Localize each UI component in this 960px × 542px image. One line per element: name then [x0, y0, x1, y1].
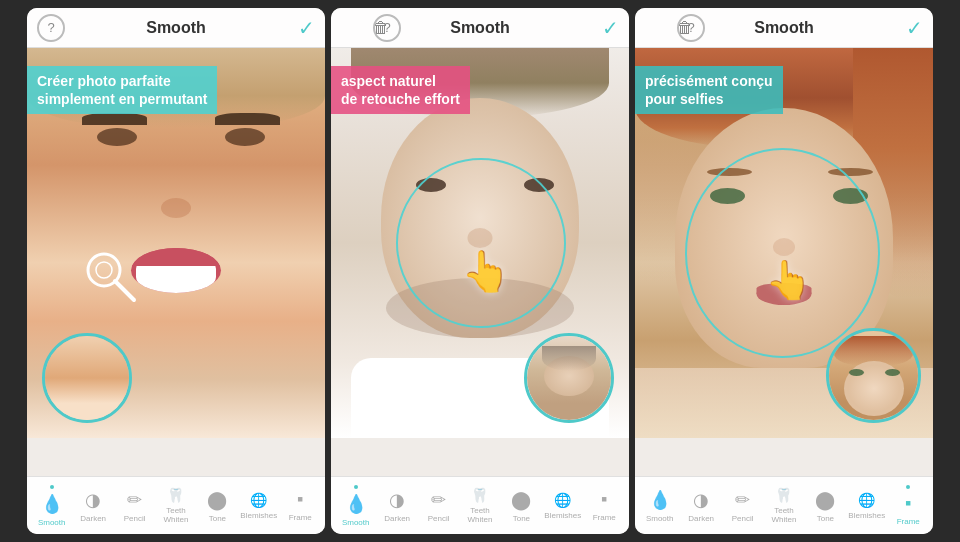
header-2: 🗑 ? Smooth ✓: [331, 8, 629, 48]
phone-screen-3: 🗑 ? Smooth ✓: [635, 8, 933, 534]
toolbar-darken-2[interactable]: ◑ Darken: [376, 489, 417, 523]
screenshots-container: ? Smooth ✓: [0, 0, 960, 542]
frame-label-2: Frame: [593, 513, 616, 522]
toolbar-blemishes-2[interactable]: 🌐 Blemishes: [542, 492, 583, 520]
tone-icon-3: ⬤: [815, 489, 835, 511]
header-3: 🗑 ? Smooth ✓: [635, 8, 933, 48]
banner-2: aspect naturel de retouche effort: [331, 66, 470, 114]
blemishes-icon-2: 🌐: [554, 492, 571, 508]
smooth-label: Smooth: [38, 518, 66, 527]
smooth-icon: 💧: [41, 493, 63, 515]
toolbar-smooth-3[interactable]: 💧 Smooth: [639, 489, 680, 523]
header-title-3: Smooth: [754, 19, 814, 37]
frame-icon-2: ▪: [601, 489, 607, 510]
toolbar-2: 💧 Smooth ◑ Darken ✏ Pencil 🦷 Teeth White…: [331, 476, 629, 534]
touch-cursor-3: 👆: [765, 258, 812, 302]
pencil-icon: ✏: [127, 489, 142, 511]
frame-label-3: Frame: [897, 517, 920, 526]
magnify-icon: [82, 248, 142, 308]
toolbar-teeth-2[interactable]: 🦷 Teeth Whiten: [459, 487, 500, 524]
tone-label-3: Tone: [817, 514, 834, 523]
blemishes-label: Blemishes: [240, 511, 277, 520]
darken-icon: ◑: [85, 489, 101, 511]
phone-screen-1: ? Smooth ✓: [27, 8, 325, 534]
face-outline-3: [685, 148, 880, 358]
frame-icon-3: ▪: [905, 493, 911, 514]
touch-cursor-2: 👆: [461, 248, 511, 295]
svg-point-2: [96, 262, 112, 278]
photo-area-2: aspect naturel de retouche effort 👆: [331, 48, 629, 438]
toolbar-3: 💧 Smooth ◑ Darken ✏ Pencil 🦷 Teeth White…: [635, 476, 933, 534]
toolbar-1: 💧 Smooth ◑ Darken ✏ Pencil 🦷 Teeth White…: [27, 476, 325, 534]
pencil-label-2: Pencil: [428, 514, 450, 523]
toolbar-smooth-1[interactable]: 💧 Smooth: [31, 485, 72, 527]
darken-label-2: Darken: [384, 514, 410, 523]
blemishes-icon-3: 🌐: [858, 492, 875, 508]
smooth-icon-2: 💧: [345, 493, 367, 515]
face-outline-2: [396, 158, 566, 328]
toolbar-pencil-1[interactable]: ✏ Pencil: [114, 489, 155, 523]
toolbar-frame-1[interactable]: ▪ Frame: [280, 489, 321, 522]
banner-3: précisément conçu pour selfies: [635, 66, 783, 114]
check-icon-2[interactable]: ✓: [602, 16, 619, 40]
toolbar-darken-1[interactable]: ◑ Darken: [72, 489, 113, 523]
banner-1: Créer photo parfaite simplement en permu…: [27, 66, 217, 114]
help-icon-1[interactable]: ?: [37, 14, 65, 42]
toolbar-tone-2[interactable]: ⬤ Tone: [501, 489, 542, 523]
darken-icon-3: ◑: [693, 489, 709, 511]
help-icon-3[interactable]: ?: [677, 14, 705, 42]
pencil-label-3: Pencil: [732, 514, 754, 523]
phone-screen-2: 🗑 ? Smooth ✓ asp: [331, 8, 629, 534]
darken-label-3: Darken: [688, 514, 714, 523]
photo-area-1: Créer photo parfaite simplement en permu…: [27, 48, 325, 438]
teeth-icon-2: 🦷: [471, 487, 488, 503]
toolbar-tone-3[interactable]: ⬤ Tone: [805, 489, 846, 523]
help-icon-2[interactable]: ?: [373, 14, 401, 42]
photo-area-3: précisément conçu pour selfies 👆: [635, 48, 933, 438]
teeth-label: Teeth Whiten: [155, 506, 196, 524]
smooth-icon-3: 💧: [649, 489, 671, 511]
toolbar-smooth-2[interactable]: 💧 Smooth: [335, 485, 376, 527]
darken-icon-2: ◑: [389, 489, 405, 511]
tone-label-2: Tone: [513, 514, 530, 523]
pencil-icon-2: ✏: [431, 489, 446, 511]
teeth-icon: 🦷: [167, 487, 184, 503]
toolbar-blemishes-3[interactable]: 🌐 Blemishes: [846, 492, 887, 520]
smooth-label-2: Smooth: [342, 518, 370, 527]
toolbar-pencil-2[interactable]: ✏ Pencil: [418, 489, 459, 523]
toolbar-pencil-3[interactable]: ✏ Pencil: [722, 489, 763, 523]
toolbar-teeth-1[interactable]: 🦷 Teeth Whiten: [155, 487, 196, 524]
teeth-label-3: Teeth Whiten: [763, 506, 804, 524]
toolbar-blemishes-1[interactable]: 🌐 Blemishes: [238, 492, 279, 520]
blemishes-icon: 🌐: [250, 492, 267, 508]
tone-icon: ⬤: [207, 489, 227, 511]
toolbar-frame-3[interactable]: ▪ Frame: [888, 485, 929, 526]
blemishes-label-2: Blemishes: [544, 511, 581, 520]
teeth-icon-3: 🦷: [775, 487, 792, 503]
inset-circle-1: [42, 333, 132, 423]
inset-circle-3: [826, 328, 921, 423]
smooth-label-3: Smooth: [646, 514, 674, 523]
header-title-1: Smooth: [146, 19, 206, 37]
inset-circle-2: [524, 333, 614, 423]
tone-label: Tone: [209, 514, 226, 523]
check-icon-1[interactable]: ✓: [298, 16, 315, 40]
frame-label: Frame: [289, 513, 312, 522]
toolbar-darken-3[interactable]: ◑ Darken: [680, 489, 721, 523]
toolbar-tone-1[interactable]: ⬤ Tone: [197, 489, 238, 523]
tone-icon-2: ⬤: [511, 489, 531, 511]
teeth-label-2: Teeth Whiten: [459, 506, 500, 524]
pencil-icon-3: ✏: [735, 489, 750, 511]
header-1: ? Smooth ✓: [27, 8, 325, 48]
blemishes-label-3: Blemishes: [848, 511, 885, 520]
darken-label: Darken: [80, 514, 106, 523]
toolbar-teeth-3[interactable]: 🦷 Teeth Whiten: [763, 487, 804, 524]
frame-icon: ▪: [297, 489, 303, 510]
header-title-2: Smooth: [450, 19, 510, 37]
check-icon-3[interactable]: ✓: [906, 16, 923, 40]
svg-line-1: [115, 281, 134, 300]
pencil-label: Pencil: [124, 514, 146, 523]
toolbar-frame-2[interactable]: ▪ Frame: [584, 489, 625, 522]
